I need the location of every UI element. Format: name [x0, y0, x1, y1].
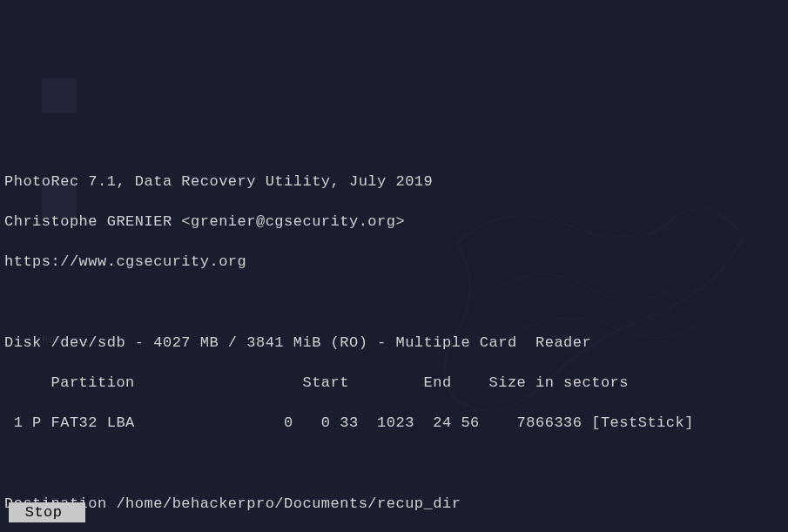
partition-row: 1 P FAT32 LBA 0 0 33 1023 24 56 7866336 …: [4, 411, 784, 434]
blank-line: [4, 451, 784, 475]
partition-table-header: Partition Start End Size in sectors: [4, 371, 784, 394]
app-title-line: PhotoRec 7.1, Data Recovery Utility, Jul…: [4, 170, 784, 193]
website-line: https://www.cgsecurity.org: [4, 250, 784, 273]
stop-button[interactable]: Stop: [9, 502, 85, 522]
author-line: Christophe GRENIER <grenier@cgsecurity.o…: [4, 210, 784, 233]
desktop-icon-trash: [42, 78, 77, 113]
blank-line: [4, 291, 784, 314]
destination-line: Destination /home/behackerpro/Documents/…: [4, 492, 784, 515]
disk-info-line: Disk /dev/sdb - 4027 MB / 3841 MiB (RO) …: [4, 331, 784, 354]
